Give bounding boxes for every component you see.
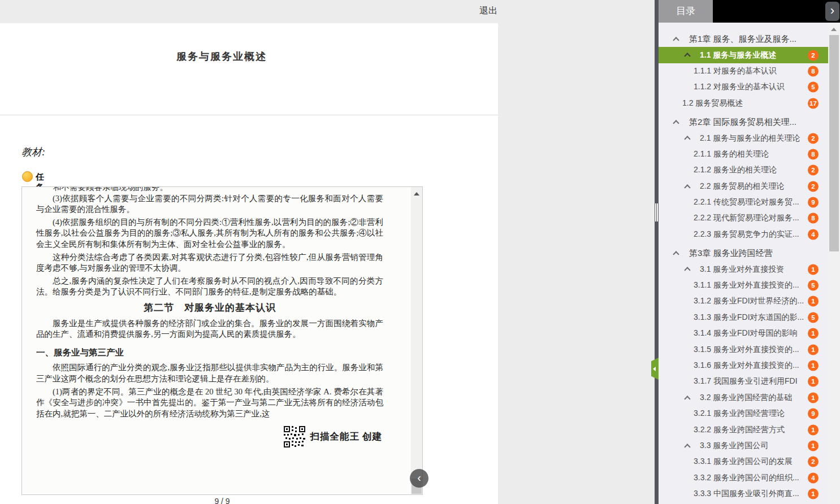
chevron-up-icon[interactable]: [673, 251, 679, 257]
qr-caption: 扫描全能王 创建: [310, 431, 382, 442]
toc-item-3.2[interactable]: 3.2 服务业跨国经营的基础1: [659, 390, 828, 406]
toc-item-2.1.1[interactable]: 2.1.1 服务的相关理论8: [659, 146, 828, 162]
sidebar-scrollbar[interactable]: [828, 23, 840, 504]
toc-item-3.1.7[interactable]: 3.1.7 我国服务业引进利用FDI1: [659, 373, 828, 389]
task-count-badge: 8: [808, 213, 819, 224]
toc-item-2.2.1[interactable]: 2.2.1 传统贸易理论对服务贸...9: [659, 194, 828, 210]
toc-item-2.2.2[interactable]: 2.2.2 现代新贸易理论对服务...8: [659, 210, 828, 226]
task-count-badge: 1: [808, 296, 819, 307]
chevron-up-icon[interactable]: [673, 120, 679, 126]
sidebar-collapse-button[interactable]: ›: [825, 2, 839, 21]
toc-item-label: 3.2.2 服务业跨国经营方式: [694, 425, 785, 435]
toc-item-3.3.2[interactable]: 3.3.2 服务业跨国公司的组织...4: [659, 470, 828, 486]
toc-sidebar: 目录 › 第1章 服务、服务业及服务...1.1 服务与服务业概述21.1.1 …: [659, 0, 840, 504]
toc-item-label: 3.3.2 服务业跨国公司的组织...: [694, 473, 799, 483]
toc-item-3.3[interactable]: 3.3 服务业跨国公司1: [659, 438, 828, 454]
chevron-up-icon[interactable]: [684, 444, 690, 450]
sidebar-scrollbar-thumb[interactable]: [829, 35, 839, 251]
toc-item-label: 3.1.1 服务业对外直接投资的...: [694, 280, 799, 290]
chevron-up-icon[interactable]: [684, 136, 690, 142]
toc-item-label: 2.1 服务与服务业的相关理论: [700, 133, 800, 144]
chevron-up-icon[interactable]: [684, 184, 690, 190]
task-count-badge: 2: [808, 165, 819, 176]
toc-item-label: 2.2 服务贸易的相关理论: [700, 181, 784, 192]
toc-item-2.2.3[interactable]: 2.2.3 服务贸易竞争力的实证...4: [659, 227, 828, 242]
toc-item-label: 3.1.4 服务业FDI对母国的影响: [694, 328, 798, 338]
task-count-badge: 1: [808, 392, 819, 403]
toc-item-3.3.1[interactable]: 3.3.1 服务业跨国公司的发展2: [659, 454, 828, 470]
page-title: 服务与服务业概述: [0, 50, 443, 63]
toc-item-label: 2.1.1 服务的相关理论: [694, 149, 769, 159]
exit-button[interactable]: 退出: [479, 5, 497, 17]
toc-item-2.1[interactable]: 2.1 服务与服务业的相关理论2: [659, 130, 828, 146]
page-indicator: 9 / 9: [21, 497, 423, 504]
scan-heading: 一、服务业与第三产业: [36, 347, 383, 358]
task-count-badge: 9: [808, 197, 819, 208]
sidebar-expand-tab[interactable]: [651, 358, 659, 380]
sidebar-scroll-up-icon[interactable]: [831, 28, 837, 31]
toc-item-3.1.3[interactable]: 3.1.3 服务业FDI对东道国的影...5: [659, 310, 828, 325]
toc-item-3.1.4[interactable]: 3.1.4 服务业FDI对母国的影响1: [659, 325, 828, 341]
toc-item-第3章[interactable]: 第3章 服务业跨国经营: [659, 245, 828, 261]
toc-item-label: 3.1.6 服务业对外直接投资的...: [694, 360, 799, 371]
toc-item-label: 3.1.2 服务业FDI对世界经济的...: [694, 296, 804, 306]
toc-item-第1章[interactable]: 第1章 服务、服务业及服务...: [659, 31, 828, 47]
chevron-up-icon[interactable]: [684, 53, 690, 59]
task-count-badge: 1: [808, 344, 819, 355]
toc-item-3.1.5[interactable]: 3.1.5 服务业对外直接投资的...1: [659, 341, 828, 357]
chevron-up-icon[interactable]: [684, 267, 690, 273]
toc-item-3.2.1[interactable]: 3.2.1 服务业跨国经营理论9: [659, 406, 828, 422]
viewer-scrollbar[interactable]: [411, 187, 422, 494]
toc-item-label: 1.1 服务与服务业概述: [700, 50, 776, 60]
task-count-badge: 17: [808, 98, 819, 108]
chevron-up-icon[interactable]: [673, 37, 679, 43]
task-count-badge: 8: [808, 66, 819, 76]
toc-item-label: 2.1.2 服务业的相关理论: [694, 165, 777, 175]
toc-item-2.2[interactable]: 2.2 服务贸易的相关理论2: [659, 179, 828, 194]
toc-item-1.2[interactable]: 1.2 服务贸易概述17: [659, 95, 828, 111]
task-count-badge: 1: [808, 328, 819, 339]
scan-paragraph: (4)依据服务组织的目的与所有制的不同分四类:①营利性服务,以营利为目的的服务;…: [36, 217, 383, 250]
toc-item-1.1.1[interactable]: 1.1.1 对服务的基本认识8: [659, 63, 828, 79]
task-count-badge: 2: [808, 457, 819, 467]
prev-page-button[interactable]: ‹: [410, 469, 428, 488]
toc-item-3.1[interactable]: 3.1 服务业对外直接投资1: [659, 261, 828, 277]
split-drag-handle[interactable]: [655, 203, 658, 221]
toc-item-label: 1.2 服务贸易概述: [682, 98, 743, 108]
toc-item-3.3.3[interactable]: 3.3.3 中国服务业吸引外商直...1: [659, 486, 828, 502]
toc-item-label: 第2章 国际服务贸易相关理...: [689, 117, 796, 128]
toc-item-label: 2.2.2 现代新贸易理论对服务...: [694, 213, 799, 223]
task-count-badge: 2: [808, 50, 819, 60]
toc-item-1.1[interactable]: 1.1 服务与服务业概述2: [659, 47, 828, 63]
scan-paragraph: 依照国际通行的产业分类的观念,服务业泛指那些以提供非实物产品为主的行业。服务业和…: [36, 362, 383, 384]
task-count-badge: 2: [808, 133, 819, 144]
toc-item-label: 3.2.1 服务业跨国经营理论: [694, 409, 785, 419]
scroll-up-icon[interactable]: [414, 192, 419, 195]
toc-item-3.1.1[interactable]: 3.1.1 服务业对外直接投资的...5: [659, 277, 828, 293]
content-panel: 服务与服务业概述 教材: 任务点 和不需要顾客亲临现场的服务。(3)依据顾客个人…: [0, 23, 498, 504]
toc-item-label: 3.3.3 中国服务业吸引外商直...: [694, 489, 799, 499]
toc-item-3.2.2[interactable]: 3.2.2 服务业跨国经营方式1: [659, 422, 828, 437]
task-count-badge: 5: [808, 82, 819, 93]
toc-item-3.1.2[interactable]: 3.1.2 服务业FDI对世界经济的...1: [659, 293, 828, 309]
tab-catalog[interactable]: 目录: [659, 0, 713, 23]
title-divider: [0, 115, 498, 115]
task-count-badge: 1: [808, 440, 819, 451]
chevron-up-icon[interactable]: [684, 396, 690, 402]
toc-item-第2章[interactable]: 第2章 国际服务贸易相关理...: [659, 114, 828, 130]
toc-item-2.1.2[interactable]: 2.1.2 服务业的相关理论2: [659, 162, 828, 178]
task-count-badge: 1: [808, 376, 819, 387]
sidebar-header: 目录 ›: [659, 0, 840, 23]
toc-item-label: 3.1.3 服务业FDI对东道国的影...: [694, 312, 804, 323]
scan-paragraph: 服务业是生产或提供各种服务的经济部门或企业的集合。服务业的发展一方面围绕着实物产…: [36, 318, 383, 340]
task-count-badge: 1: [808, 360, 819, 371]
toc-item-label: 1.1.2 对服务业的基本认识: [694, 82, 785, 92]
task-count-badge: 4: [808, 472, 819, 483]
document-viewer: 和不需要顾客亲临现场的服务。(3)依据顾客个人需要与企业需要的不同分两类:针对个…: [21, 186, 423, 495]
qr-row: 扫描全能王 创建: [36, 426, 383, 447]
toc-item-1.1.2[interactable]: 1.1.2 对服务业的基本认识5: [659, 79, 828, 95]
toc-item-label: 3.1.5 服务业对外直接投资的...: [694, 345, 799, 355]
app-root: 退出 服务与服务业概述 教材: 任务点 和不需要顾客亲临现场的服务。(3)依据顾…: [0, 0, 840, 504]
toc-item-3.1.6[interactable]: 3.1.6 服务业对外直接投资的...1: [659, 358, 828, 373]
scan-clipped-line: 和不需要顾客亲临现场的服务。: [36, 187, 383, 193]
